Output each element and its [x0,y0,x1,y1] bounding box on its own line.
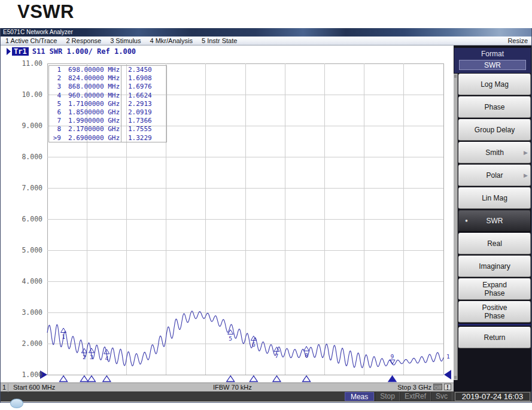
softkey-polar[interactable]: Polar▶ [458,165,531,186]
marker-glyph[interactable] [304,347,309,351]
y-axis-tick-label: 5.000 [4,246,42,254]
submenu-arrow-icon: ▶ [524,171,528,180]
menu-item[interactable]: 2 Response [66,37,101,44]
cropped-circle-decoration [10,399,23,408]
menu-item-resize[interactable]: Resize [507,37,531,44]
marker-row: 3868.00000 MHz1.6976 [49,83,166,91]
softkey-expand-phase[interactable]: ExpandPhase [458,278,531,300]
selected-bullet-icon: ● [465,217,468,225]
marker-row: 1698.00000 MHz2.3450 [49,66,166,74]
instrument-screen: Tr1 S11 SWR 1.000/ Ref 1.000 1234567891 … [1,45,531,391]
softkey-menu-value: SWR [459,60,526,70]
softkey-group-delay[interactable]: Group Delay [458,119,531,141]
menu-item[interactable]: 4 Mkr/Analysis [150,37,193,44]
softkey-positive-phase[interactable]: PositivePhase [458,301,531,323]
marker-row: >92.6900000 GHz1.3229 [49,134,166,142]
softkey-list: Log MagPhaseGroup DelaySmith▶Polar▶Lin M… [458,74,531,350]
window-titlebar[interactable]: E5071C Network Analyzer [1,28,531,37]
y-axis-tick-label: 8.000 [4,153,42,161]
trace-end-number: 1 [446,353,450,360]
marker-glyph[interactable] [89,348,94,353]
status-bar: Meas Stop ExtRef Svc 2019-07-24 16:03 [1,391,531,402]
softkey-smith[interactable]: Smith▶ [458,142,531,163]
channel-status-bar: 1 Start 600 MHz IFBW 70 kHz Stop 3 GHz O… [1,382,454,391]
trace-label[interactable]: Tr1 [12,47,29,56]
softkey-sidebar: Format SWR Log MagPhaseGroup DelaySmith▶… [454,45,531,391]
stimulus-marker-triangle[interactable] [303,376,311,382]
marker-number: 8 [305,352,308,359]
menu-item[interactable]: 5 Instr State [202,37,237,44]
marker-number: 3 [90,354,93,360]
marker-number: 6 [252,341,256,348]
active-trace-arrow-icon [7,48,11,55]
softkey-phase[interactable]: Phase [458,96,531,118]
softkey-menu-title: Format [454,50,531,58]
menu-item[interactable]: 1 Active Ch/Trace [5,37,57,44]
menu-bar: 1 Active Ch/Trace2 Response3 Stimulus4 M… [1,37,531,45]
stimulus-marker-triangle[interactable] [60,376,68,382]
window-title: E5071C Network Analyzer [3,29,73,35]
stimulus-marker-triangle[interactable] [227,376,235,382]
channel-number: 1 [1,384,8,392]
trace-status-line: Tr1 S11 SWR 1.000/ Ref 1.000 [7,47,136,56]
y-axis-tick-label: 4.000 [4,277,42,286]
softkey-imaginary[interactable]: Imaginary [458,256,531,277]
stimulus-marker-triangle[interactable] [250,376,257,382]
y-axis-tick-label: 2.000 [4,339,42,348]
marker-glyph[interactable] [274,347,279,352]
stimulus-marker-triangle[interactable] [80,376,88,382]
menu-item[interactable]: 3 Stimulus [110,37,141,44]
y-axis-tick-label: 6.000 [4,215,42,223]
off-indicator: Off [433,384,442,390]
stimulus-marker-triangle-active[interactable] [388,376,396,382]
marker-glyph[interactable] [81,348,87,353]
softkey-return[interactable]: Return [458,327,531,348]
status-meas-badge: Meas [345,392,374,401]
status-extref-indicator: ExtRef [400,392,431,401]
marker-row: 4960.00000 MHz1.6624 [49,92,166,100]
marker-number: 4 [105,355,108,362]
trace-display: Tr1 S11 SWR 1.000/ Ref 1.000 1234567891 … [1,45,454,391]
submenu-arrow-icon: ▶ [524,148,528,157]
softkey-scrollbar[interactable] [454,74,458,380]
marker-number: 7 [275,353,279,359]
y-axis-tick-label: 7.000 [4,184,42,192]
trace-format-text: S11 SWR 1.000/ Ref 1.000 [32,47,136,56]
page: VSWR E5071C Network Analyzer 1 Active Ch… [0,0,532,410]
status-svc-indicator: Svc [431,392,452,401]
status-stop-indicator: Stop [375,392,400,401]
y-axis-tick-label: 10.00 [4,90,42,99]
softkey-separator [458,324,531,326]
stimulus-marker-triangle[interactable] [103,376,111,382]
marker-number: 5 [229,335,232,342]
marker-row: 82.1700000 GHz1.7555 [49,125,166,133]
marker-number: 1 [62,333,65,340]
marker-row: 61.8500000 GHz2.0919 [49,108,166,117]
stimulus-marker-triangle[interactable] [87,376,95,382]
y-axis-tick-label: 1.000 [4,370,42,379]
marker-row: 71.9900000 GHz1.7366 [49,117,166,125]
y-axis-tick-label: 11.00 [4,59,42,68]
start-frequency-label[interactable]: Start 600 MHz [13,384,55,391]
marker-number: 9 [391,353,394,360]
reference-level-arrow-right[interactable] [444,370,451,379]
y-axis-tick-label: 9.000 [4,122,42,130]
marker-row: 51.7100000 GHz2.2913 [49,100,166,108]
ifbw-label[interactable]: IFBW 70 kHz [213,384,252,391]
softkey-swr[interactable]: ●SWR [458,210,531,232]
page-title: VSWR [17,0,74,24]
softkey-log-mag[interactable]: Log Mag [458,74,531,95]
marker-table-column-divider [121,66,121,142]
marker-row: 2824.00000 MHz1.6908 [49,74,166,83]
alert-indicator: ! [444,384,451,390]
softkey-real[interactable]: Real [458,233,531,254]
softkey-lin-mag[interactable]: Lin Mag [458,187,531,209]
stimulus-marker-triangle[interactable] [273,376,281,382]
status-datetime: 2019-07-24 16:03 [455,392,530,401]
stop-frequency-label[interactable]: Stop 3 GHz [397,384,431,391]
marker-number: 2 [83,354,86,360]
y-axis-tick-label: 3.000 [4,308,42,317]
softkey-menu-header: Format SWR [454,48,531,73]
analyzer-window: E5071C Network Analyzer 1 Active Ch/Trac… [0,28,532,403]
marker-table: 1698.00000 MHz2.34502824.00000 MHz1.6908… [48,65,167,142]
